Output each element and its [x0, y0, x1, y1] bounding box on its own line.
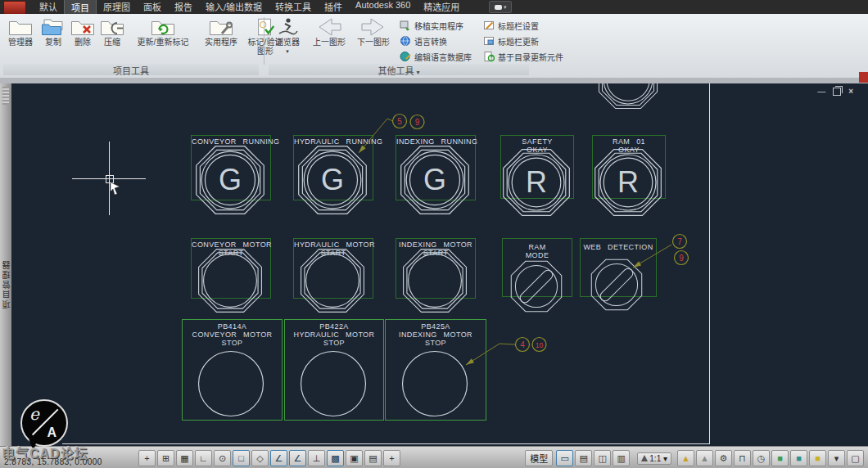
globe-edit-icon — [400, 51, 411, 62]
app-logo-icon[interactable] — [3, 1, 26, 15]
project-manager-collapsed-panel[interactable]: 项目管理器 — [0, 83, 12, 446]
language-conversion-item[interactable]: 语言转换 — [400, 34, 447, 48]
dynamic-input-icon[interactable]: ⊥ — [308, 450, 325, 466]
group-label-other-tools[interactable]: 其他工具 ▾ — [269, 64, 529, 75]
project-manager-button[interactable]: 管理器 — [3, 16, 38, 47]
folder-icon — [8, 16, 33, 38]
folder-copy-icon — [41, 16, 66, 38]
drawing-tabs-icon[interactable]: ▭ — [556, 450, 573, 466]
update-retag-button[interactable]: 更新/重新标记 — [128, 16, 198, 47]
scale-label: 1:1 ▾ — [649, 454, 667, 463]
selection-cycling-icon[interactable]: ▤ — [364, 450, 382, 466]
browser-surfer-icon — [275, 16, 300, 38]
project-copy-button[interactable]: 复制 — [39, 16, 67, 47]
callout-number: 10 — [536, 341, 544, 349]
utilities-button[interactable]: 实用程序 — [200, 16, 242, 47]
annotation-monitor-icon[interactable]: + — [383, 450, 400, 466]
drawing-window-controls: — × — [817, 88, 853, 96]
folder-refresh-icon — [151, 16, 175, 38]
polar-tracking-icon[interactable]: ⊙ — [214, 450, 231, 466]
folder-delete-icon — [70, 16, 95, 38]
button-label: 管理器 — [8, 38, 33, 47]
model-tab-button[interactable]: 模型 — [525, 450, 553, 466]
panel-grip[interactable] — [2, 87, 9, 105]
close-icon[interactable]: × — [848, 88, 853, 96]
quick-view-drawings-icon[interactable]: ▥ — [613, 450, 630, 466]
isolate-objects-icon[interactable]: ◷ — [753, 450, 770, 466]
project-delete-button[interactable]: 删除 — [69, 16, 97, 47]
migration-utilities-item[interactable]: 移植实用程序 — [400, 18, 463, 33]
forum-logo: e A — [20, 399, 68, 447]
button-label: 压缩 — [104, 38, 120, 47]
callout-leaders-overlay: 5 9 7 9 4 10 — [11, 83, 868, 446]
mouse-arrow-icon — [111, 182, 122, 196]
button-label: 上一图形 — [313, 38, 346, 47]
next-drawing-button[interactable]: 下一图形 — [352, 16, 395, 47]
item-label: 语言转换 — [414, 35, 447, 47]
status-overflow-icon[interactable]: ▾ — [828, 450, 845, 466]
drawing-border-line — [709, 83, 710, 444]
previous-drawing-button[interactable]: 上一图形 — [308, 16, 350, 47]
catalog-update-component-item[interactable]: 基于目录更新元件 — [483, 49, 563, 64]
titleblock-update-item[interactable]: 标题栏更新 — [483, 34, 539, 48]
object-snap-icon[interactable]: □ — [233, 450, 250, 466]
button-label: 下一图形 — [357, 38, 390, 47]
grid-display-icon[interactable]: ▦ — [176, 450, 193, 466]
object-snap-tracking-icon[interactable]: ∠ — [289, 450, 306, 466]
group-label-project-tools: 项目工具 — [3, 64, 259, 75]
exchange-icon[interactable]: ■ — [790, 450, 807, 466]
workspace-gear-icon[interactable]: ⚙ — [715, 450, 732, 466]
logo-letter-e: e — [29, 404, 39, 424]
item-label: 移植实用程序 — [414, 20, 463, 32]
snap-mode-icon[interactable]: ⊞ — [157, 450, 174, 466]
logo-letter-a: A — [47, 425, 57, 440]
layout-buttons: ▭▤◫▥ — [555, 450, 631, 466]
quick-properties-icon[interactable]: ▣ — [346, 450, 363, 466]
clean-screen-icon[interactable]: ▢ — [847, 450, 864, 466]
callout-number: 4 — [520, 340, 525, 349]
browser-button[interactable]: 浏览器 ▾ — [269, 16, 306, 56]
annotation-autoscale-icon[interactable]: ▲ — [696, 450, 713, 466]
titleblock-update-icon — [483, 35, 495, 47]
model-space-canvas[interactable]: CONVEYOR RUNNING G HYDRAULIC RUNNING G I… — [11, 83, 868, 446]
restore-icon[interactable] — [833, 88, 841, 96]
item-label: 标题栏设置 — [498, 20, 539, 32]
3d-object-snap-icon[interactable]: ◇ — [251, 450, 269, 466]
arrow-right-icon — [359, 16, 387, 38]
ui-lock-icon[interactable]: ⊓ — [734, 450, 751, 466]
button-label: 实用程序 — [205, 38, 237, 47]
folder-compress-icon — [100, 16, 124, 38]
globe-language-icon — [400, 35, 411, 47]
callout-number: 9 — [415, 118, 420, 127]
chat-bubble-icon — [495, 5, 502, 10]
annotation-person-icon — [641, 455, 648, 461]
autocad-electrical-window: 默认项目原理图面板报告输入/输出数据转换工具插件Autodesk 360精选应用… — [0, 0, 868, 468]
feedback-button[interactable]: ▾ — [489, 1, 512, 13]
button-label: 删除 — [75, 38, 91, 47]
folder-utilities-icon — [209, 16, 233, 38]
button-label: 复制 — [45, 38, 61, 47]
ribbon: 管理器 复制 删除 压缩 更新/重新标记 实用程序 — [0, 14, 868, 79]
dynamic-ucs-icon[interactable]: ∠ — [270, 450, 287, 466]
layout-preview-icon[interactable]: ▤ — [575, 450, 592, 466]
ribbon-group-project-tools: 管理器 复制 删除 压缩 更新/重新标记 实用程序 — [3, 14, 267, 76]
annotation-scale-button[interactable]: 1:1 ▾ — [637, 452, 671, 465]
viewport-controls-icon[interactable]: ◫ — [594, 450, 611, 466]
status-bar: 2.8783, 15.7883, 0.0000 +⊞▦∟⊙□◇∠∠⊥▩▣▤+ 模… — [0, 446, 868, 468]
edit-language-database-item[interactable]: 编辑语言数据库 — [400, 49, 472, 64]
status-toggles-right: ▲▲⚙⊓◷■■■▾▢ — [676, 450, 865, 466]
callout-number: 9 — [679, 254, 684, 263]
group-label-text: 其他工具 — [377, 66, 414, 76]
infer-constraints-icon[interactable]: + — [138, 450, 156, 466]
minimize-icon[interactable]: — — [817, 88, 825, 96]
callout-number: 7 — [677, 237, 682, 246]
titleblock-setup-item[interactable]: 标题栏设置 — [483, 18, 539, 33]
chevron-down-icon: ▾ — [417, 69, 420, 76]
annotation-visibility-icon[interactable]: ▲ — [677, 450, 694, 466]
hardware-accel-icon[interactable]: ■ — [771, 450, 789, 466]
lamp-icon[interactable]: ■ — [809, 450, 826, 466]
show-transparency-icon[interactable]: ▩ — [327, 450, 344, 466]
ortho-mode-icon[interactable]: ∟ — [195, 450, 212, 466]
chevron-down-icon: ▾ — [286, 47, 289, 56]
project-zip-button[interactable]: 压缩 — [98, 16, 126, 47]
